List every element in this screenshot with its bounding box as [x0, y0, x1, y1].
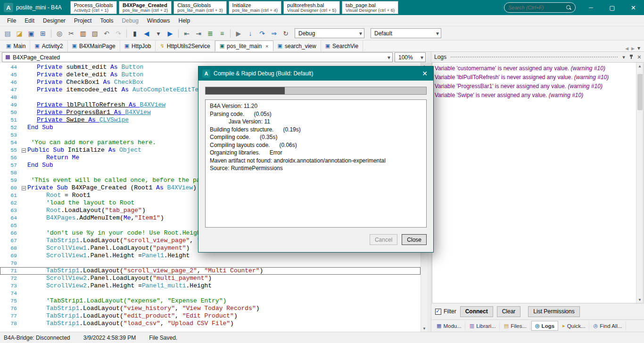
code-text[interactable]: ScrollView1.Panel.Height =Panel1.Height	[27, 252, 421, 260]
fold-toggle-icon[interactable]	[22, 186, 26, 190]
doc-tab-searchvie[interactable]: ▣SearchVie	[321, 41, 363, 51]
doc-tab-activity2[interactable]: ▣Activity2	[30, 41, 67, 51]
code-text[interactable]: TabStrip1.LoadLayout("load_csv", "Upload…	[27, 320, 421, 327]
connect-button[interactable]: Connect	[460, 306, 493, 317]
logs-vertical-scrollbar[interactable]	[636, 63, 643, 303]
menu-edit[interactable]: Edit	[20, 16, 39, 25]
chevron-down-icon[interactable]	[384, 54, 390, 61]
panel-tab-librari[interactable]: ▥Librari...	[466, 321, 500, 330]
log-warning-line[interactable]: Variable 'lblPullToRefresh' is never ass…	[435, 73, 634, 82]
tabs-scroll-left-icon[interactable]	[625, 45, 628, 51]
quick-tab[interactable]: Initializepos_lite_main (ctrl + 4)	[229, 1, 281, 14]
paste-icon[interactable]: ▧	[89, 28, 100, 39]
minimize-button[interactable]	[580, 0, 602, 15]
scroll-thumb[interactable]	[637, 74, 643, 110]
panel-grip[interactable]	[450, 56, 619, 58]
navigate-back-dropdown-icon[interactable]: ▾	[153, 28, 164, 39]
chevron-down-icon[interactable]	[432, 30, 439, 37]
code-text[interactable]	[27, 290, 421, 297]
log-warning-line[interactable]: Variable 'ProgressBar1' is never assigne…	[435, 82, 634, 91]
scroll-up-icon[interactable]	[636, 63, 644, 69]
run-icon[interactable]: ▶	[233, 28, 244, 39]
new-icon[interactable]: ▤	[2, 28, 13, 39]
panel-tab-logs[interactable]: ◎Logs	[531, 321, 558, 331]
menu-windows[interactable]: Windows	[143, 16, 174, 25]
log-warning-line[interactable]: Variable 'customername' is never assigne…	[435, 64, 634, 73]
filter-checkbox[interactable]	[435, 309, 441, 315]
debug-mode-combo[interactable]: Debug	[295, 28, 364, 38]
code-line[interactable]: 73ScrollView2.Panel.Height =Panel1_multi…	[0, 282, 421, 290]
navigate-back-icon[interactable]: ◀	[141, 28, 152, 39]
doc-tab-httputils2service[interactable]: ↯HttpUtils2Service	[156, 41, 215, 51]
scroll-track[interactable]	[636, 69, 644, 296]
code-text[interactable]: ScrollView2.Panel.LoadLayout("multi_paym…	[27, 275, 421, 282]
fold-toggle-icon[interactable]	[22, 148, 26, 153]
menu-debug[interactable]: Debug	[117, 16, 142, 25]
pin-icon[interactable]	[629, 54, 634, 60]
close-button[interactable]	[623, 0, 644, 15]
close-button[interactable]: Close	[402, 234, 427, 245]
search-icon[interactable]	[566, 5, 571, 10]
code-line[interactable]: 78TabStrip1.LoadLayout("load_csv", "Uplo…	[0, 320, 421, 327]
search-box[interactable]	[504, 2, 576, 13]
compile-log[interactable]: B4A Version: 11.20Parsing code. (0.05s) …	[205, 99, 427, 228]
code-line[interactable]: 71TabStrip1.LoadLayout("scroll_view_page…	[0, 267, 421, 275]
open-icon[interactable]: ◪	[14, 28, 25, 39]
chevron-down-icon[interactable]	[417, 54, 423, 61]
filter-checkbox-wrap[interactable]: Filter	[435, 308, 456, 315]
close-tab-icon[interactable]: ×	[265, 43, 268, 49]
code-text[interactable]: TabStrip1.LoadLayout("view_history", "Vi…	[27, 305, 421, 312]
quick-tab[interactable]: B4XPage_Createdpos_lite_main (ctrl + 2)	[119, 1, 172, 14]
scroll-down-icon[interactable]	[421, 325, 428, 332]
save-all-icon[interactable]: ⊞	[37, 28, 49, 39]
panel-tab-findall[interactable]: ◎Find All...	[590, 321, 626, 330]
bookmark-icon[interactable]: ▮	[129, 28, 140, 39]
close-icon[interactable]	[637, 53, 641, 61]
quick-tab[interactable]: Class_Globalspos_lite_main (ctrl + 3)	[173, 1, 226, 14]
maximize-button[interactable]	[602, 0, 623, 15]
code-text[interactable]: 'TabStrip1.LoadLayout("expense", "Expens…	[27, 297, 421, 305]
chevron-down-icon[interactable]	[355, 30, 362, 37]
code-line[interactable]: 69ScrollView1.Panel.Height =Panel1.Heigh…	[0, 252, 421, 260]
indent-icon[interactable]: ⇥	[193, 28, 204, 39]
code-line[interactable]: 76TabStrip1.LoadLayout("view_history", "…	[0, 305, 421, 312]
copy-icon[interactable]: ▥	[77, 28, 89, 39]
undo-icon[interactable]: ↶	[101, 28, 112, 39]
code-text[interactable]	[27, 260, 421, 267]
navigate-forward-icon[interactable]: ▶	[165, 28, 176, 39]
doc-tab-b4xmainpage[interactable]: ▣B4XMainPage	[68, 41, 120, 51]
search-input[interactable]	[508, 5, 566, 10]
step-into-icon[interactable]: ↓	[245, 28, 256, 39]
menu-file[interactable]: File	[3, 16, 20, 25]
restart-icon[interactable]: ↻	[280, 28, 291, 39]
code-text[interactable]: ScrollView2.Panel.Height =Panel1_multi.H…	[27, 282, 421, 290]
code-text[interactable]: TabStrip1.LoadLayout("edit_product", "Ed…	[27, 312, 421, 320]
tabs-scroll-right-icon[interactable]	[631, 45, 635, 51]
method-combo[interactable]: B4XPage_Created	[2, 52, 393, 62]
resume-icon[interactable]: ⇒	[268, 28, 280, 39]
comment-icon[interactable]: ≣	[205, 28, 216, 39]
clear-button[interactable]: Clear	[497, 306, 521, 317]
panel-tab-modu[interactable]: ▦Modu...	[433, 321, 465, 330]
zoom-combo[interactable]: 100%	[395, 52, 426, 62]
scroll-down-icon[interactable]	[636, 296, 644, 303]
redo-icon[interactable]: ↷	[113, 28, 124, 39]
code-text[interactable]: TabStrip1.LoadLayout("scroll_view_page_2…	[27, 267, 421, 275]
build-config-combo[interactable]: Default	[371, 28, 441, 38]
code-line[interactable]: 74	[0, 290, 421, 297]
find-icon[interactable]: ◎	[54, 28, 65, 39]
doc-tab-httpjob[interactable]: ▣HttpJob	[120, 41, 156, 51]
chevron-down-icon[interactable]	[622, 54, 625, 60]
menu-designer[interactable]: Designer	[39, 16, 70, 25]
logs-list[interactable]: Variable 'customername' is never assigne…	[432, 63, 636, 303]
logs-panel-header[interactable]: Logs	[431, 52, 644, 62]
step-over-icon[interactable]: ↷	[256, 28, 268, 39]
code-line[interactable]: 77TabStrip1.LoadLayout("edit_product", "…	[0, 312, 421, 320]
panel-tab-files[interactable]: ▤Files...	[501, 321, 530, 330]
doc-tab-main[interactable]: ▣Main	[2, 41, 30, 51]
quick-tab[interactable]: tab_page.balVisual Designer (ctrl + 6)	[342, 1, 398, 14]
quick-tab[interactable]: Process_GlobalsActivity2 (ctrl + 1)	[70, 1, 117, 14]
doc-tab-search_view[interactable]: ▣search_view	[273, 41, 321, 51]
dialog-titlebar[interactable]: A Compile & Rapid Debug (Build: Default)	[198, 66, 433, 81]
save-icon[interactable]: ▣	[25, 28, 37, 39]
